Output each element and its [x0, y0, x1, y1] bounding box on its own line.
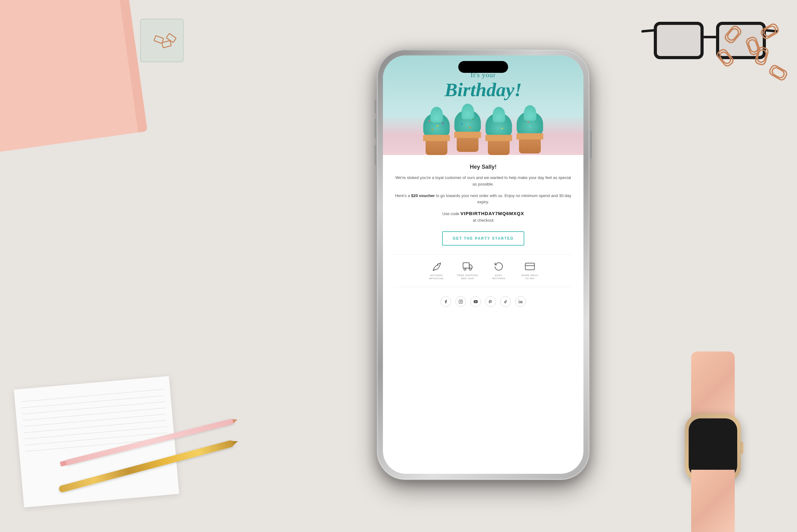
svg-point-10	[519, 300, 519, 300]
email-intro: We're stoked you're a loyal customer of …	[394, 175, 572, 188]
cupcake-2	[454, 111, 481, 152]
email-offer: Here's a $20 voucher to go towards your …	[394, 193, 572, 206]
payment-icon	[524, 261, 535, 272]
cupcake-4	[516, 113, 544, 153]
linkedin-icon[interactable]	[515, 296, 526, 307]
notepad-line	[23, 414, 166, 427]
cta-button[interactable]: GET THE PARTY STARTED	[442, 231, 524, 246]
svg-point-6	[460, 301, 462, 302]
cupcakes-area	[383, 105, 584, 155]
nothing-artificial-label: NOTHINGARTIFICIAL	[429, 274, 444, 281]
sprinkles	[423, 113, 450, 138]
sprinkle	[523, 117, 525, 119]
cupcake-wrapper	[457, 132, 478, 152]
notepad-line	[21, 389, 164, 402]
youtube-icon[interactable]	[470, 296, 481, 307]
notepad-line	[23, 407, 165, 421]
sprinkle	[431, 129, 433, 131]
feature-nothing-artificial: NOTHINGARTIFICIAL	[424, 261, 449, 281]
email-body: Hey Sally! We're stoked you're a loyal c…	[383, 155, 584, 320]
tiktok-svg	[504, 300, 508, 304]
easy-returns-label: EASYRETURNS	[492, 274, 505, 281]
clip-jar	[137, 6, 187, 62]
tiktok-icon[interactable]	[500, 296, 511, 307]
iphone: It's your Birthday!	[377, 50, 589, 479]
glasses-lens-left	[654, 22, 704, 59]
sprinkle	[501, 128, 504, 130]
dynamic-island	[458, 61, 508, 73]
cupcake-3	[485, 115, 513, 155]
svg-rect-0	[463, 263, 469, 268]
cupcake-frosting	[486, 113, 512, 138]
phone-mute-button	[375, 100, 377, 114]
svg-rect-9	[519, 301, 519, 303]
notepad-line	[22, 395, 164, 408]
phone-screen: It's your Birthday!	[383, 55, 584, 474]
pinterest-svg	[489, 300, 493, 304]
linkedin-svg	[518, 300, 523, 304]
truck-icon	[462, 261, 473, 272]
sprinkles	[517, 111, 543, 136]
apple-watch	[654, 352, 772, 532]
return-svg	[494, 262, 504, 271]
youtube-svg	[474, 300, 478, 304]
jar-body	[140, 19, 184, 62]
svg-rect-3	[525, 263, 534, 270]
phone-wrapper: It's your Birthday!	[377, 50, 589, 479]
sprinkle	[500, 118, 502, 119]
paper-clip	[745, 36, 758, 54]
facebook-svg	[444, 300, 448, 304]
jar-clips	[149, 33, 174, 58]
cupcake-frosting	[423, 113, 450, 138]
notepad-line	[24, 420, 167, 433]
leaf-icon	[431, 261, 442, 272]
sprinkle	[493, 120, 495, 122]
cupcake-wrapper	[488, 135, 510, 155]
scattered-clips	[704, 19, 797, 100]
watch-screen	[689, 418, 737, 477]
instagram-icon[interactable]	[455, 296, 466, 307]
social-icons-row	[394, 292, 572, 311]
paper-clip	[724, 24, 741, 41]
feature-more-ways-pay: MORE WAYSTO PAY	[517, 261, 542, 281]
paper-clip	[761, 22, 779, 37]
feature-free-shipping: FREE SHIPPING$99+ AUD	[455, 261, 480, 281]
sprinkle	[469, 127, 471, 129]
watch-band-bottom	[691, 470, 735, 532]
pinterest-icon[interactable]	[486, 296, 496, 307]
notebook	[0, 0, 148, 154]
more-ways-pay-label: MORE WAYSTO PAY	[521, 274, 538, 281]
return-icon	[493, 261, 504, 272]
promo-code: VIPBIRTHDAY7MQ6MXQX	[460, 211, 524, 216]
sprinkle	[442, 122, 443, 124]
payment-svg	[525, 262, 535, 271]
notepad-line	[24, 426, 167, 439]
sprinkle	[527, 121, 529, 123]
phone-volume-down-button	[375, 145, 377, 165]
paper-clip	[767, 65, 785, 81]
phone-volume-up-button	[375, 118, 377, 138]
facebook-icon[interactable]	[440, 296, 451, 307]
cupcake-wrapper	[425, 135, 448, 155]
svg-rect-5	[459, 300, 463, 304]
sprinkle	[439, 118, 441, 119]
sprinkle	[465, 116, 467, 118]
instagram-svg	[459, 300, 463, 304]
email-code: Use code VIPBIRTHDAY7MQ6MXQXat checkout	[394, 210, 572, 224]
sprinkle	[472, 118, 473, 120]
sprinkle	[461, 123, 463, 125]
cupcake-frosting	[455, 110, 481, 135]
notebook-dot-grid	[0, 0, 140, 147]
email-greeting: Hey Sally!	[394, 164, 572, 170]
paper-clip	[715, 49, 732, 66]
svg-point-1	[464, 268, 466, 270]
phone-power-button	[589, 131, 591, 159]
notepad-lines	[14, 376, 175, 464]
notepad-line	[22, 401, 165, 414]
birthday-text: Birthday!	[383, 79, 584, 101]
truck-svg	[463, 262, 473, 271]
feature-easy-returns: EASYRETURNS	[486, 261, 511, 281]
sprinkles	[455, 110, 481, 135]
leaf-svg	[432, 262, 441, 271]
svg-point-7	[462, 300, 462, 301]
